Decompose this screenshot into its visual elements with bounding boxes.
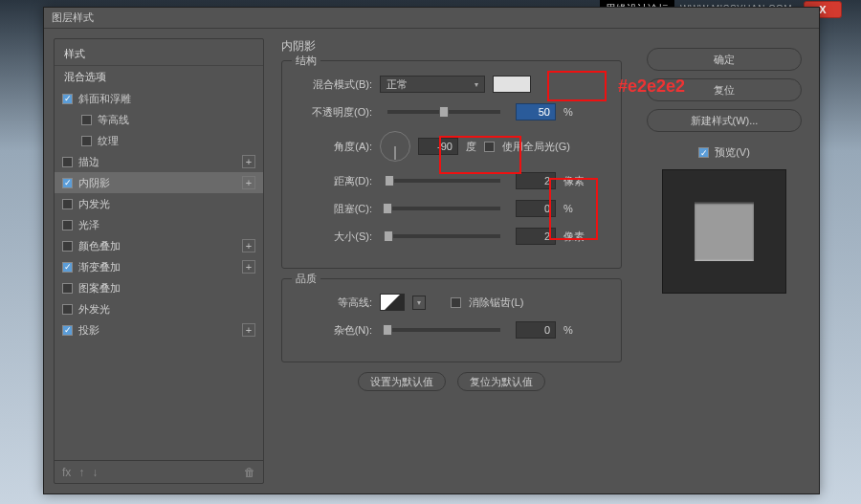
noise-slider[interactable] <box>387 328 500 332</box>
opacity-label: 不透明度(O): <box>296 105 372 120</box>
style-label: 渐变叠加 <box>78 260 236 274</box>
contour-label: 等高线: <box>296 296 372 310</box>
style-item-9[interactable]: 图案叠加 <box>55 277 263 298</box>
highlight-color <box>547 71 607 101</box>
style-item-2[interactable]: 纹理 <box>55 130 263 151</box>
settings-panel: 内阴影 结构 混合模式(B): 正常▾ 不透明度(O): 50 % <box>264 38 639 484</box>
style-item-11[interactable]: 投影+ <box>55 319 263 340</box>
hex-annotation: #e2e2e2 <box>618 77 685 97</box>
choke-label: 阻塞(C): <box>296 202 372 216</box>
style-check[interactable] <box>62 220 73 230</box>
distance-slider[interactable] <box>387 179 500 183</box>
blend-mode-label: 混合模式(B): <box>296 77 372 92</box>
right-panel: 确定 复位 新建样式(W)... 预览(V) <box>639 38 809 484</box>
size-label: 大小(S): <box>296 230 372 244</box>
choke-slider[interactable] <box>387 207 500 210</box>
style-check[interactable] <box>62 94 73 104</box>
style-label: 斜面和浮雕 <box>78 92 255 106</box>
size-slider[interactable] <box>387 234 500 238</box>
styles-panel: 样式 混合选项 斜面和浮雕等高线纹理描边+内阴影+内发光光泽颜色叠加+渐变叠加+… <box>54 38 264 484</box>
style-label: 内阴影 <box>78 176 236 190</box>
style-item-10[interactable]: 外发光 <box>55 298 263 319</box>
style-check[interactable] <box>62 157 73 167</box>
add-effect-icon[interactable]: + <box>242 260 255 274</box>
style-check[interactable] <box>62 241 73 252</box>
window-title: 图层样式 <box>52 11 94 25</box>
preview-box <box>662 169 786 294</box>
layer-style-dialog: 图层样式 样式 混合选项 斜面和浮雕等高线纹理描边+内阴影+内发光光泽颜色叠加+… <box>43 7 820 494</box>
opacity-input[interactable]: 50 <box>516 103 556 121</box>
set-default-button[interactable]: 设置为默认值 <box>358 372 446 391</box>
new-style-button[interactable]: 新建样式(W)... <box>647 109 802 132</box>
antialias-label: 消除锯齿(L) <box>469 296 523 310</box>
highlight-values <box>549 178 598 240</box>
style-check[interactable] <box>81 136 92 146</box>
style-label: 等高线 <box>98 113 255 127</box>
group-quality-title: 品质 <box>292 272 320 286</box>
add-effect-icon[interactable]: + <box>242 176 255 189</box>
noise-input[interactable]: 0 <box>516 321 556 339</box>
style-item-1[interactable]: 等高线 <box>55 109 263 130</box>
fx-icon[interactable]: fx <box>62 466 71 479</box>
blend-mode-select[interactable]: 正常▾ <box>380 76 485 93</box>
style-item-0[interactable]: 斜面和浮雕 <box>55 88 263 109</box>
preview-label: 预览(V) <box>715 145 750 160</box>
blend-options-header[interactable]: 混合选项 <box>55 66 263 88</box>
group-structure-title: 结构 <box>292 54 320 68</box>
angle-dial[interactable] <box>380 131 410 162</box>
style-check[interactable] <box>62 283 73 294</box>
style-label: 纹理 <box>98 134 255 148</box>
styles-header[interactable]: 样式 <box>55 43 263 66</box>
highlight-angle <box>439 136 521 174</box>
style-label: 颜色叠加 <box>78 239 236 253</box>
group-quality: 品质 等高线: ▾ 消除锯齿(L) 杂色(N): 0 % <box>281 278 622 362</box>
reset-default-button[interactable]: 复位为默认值 <box>457 372 545 391</box>
contour-chevron-icon[interactable]: ▾ <box>412 296 426 310</box>
styles-footer: fx ↑ ↓ 🗑 <box>55 460 263 483</box>
style-check[interactable] <box>81 115 92 125</box>
distance-label: 距离(D): <box>296 174 372 188</box>
add-effect-icon[interactable]: + <box>242 239 255 252</box>
arrow-up-icon[interactable]: ↑ <box>78 466 84 479</box>
angle-label: 角度(A): <box>296 140 372 154</box>
style-label: 光泽 <box>78 218 255 232</box>
effect-title: 内阴影 <box>281 38 622 55</box>
style-check[interactable] <box>62 262 73 273</box>
style-item-6[interactable]: 光泽 <box>55 214 263 235</box>
style-label: 投影 <box>78 323 236 338</box>
add-effect-icon[interactable]: + <box>242 323 255 337</box>
style-item-7[interactable]: 颜色叠加+ <box>55 235 263 256</box>
opacity-slider[interactable] <box>387 110 500 114</box>
style-item-8[interactable]: 渐变叠加+ <box>55 256 263 277</box>
ok-button[interactable]: 确定 <box>647 48 802 71</box>
arrow-down-icon[interactable]: ↓ <box>92 466 98 479</box>
chevron-down-icon: ▾ <box>475 80 478 89</box>
style-label: 图案叠加 <box>78 281 255 296</box>
shadow-color-swatch[interactable] <box>493 76 531 93</box>
titlebar[interactable]: 图层样式 <box>44 8 819 29</box>
style-check[interactable] <box>62 325 73 336</box>
noise-unit: % <box>563 324 573 336</box>
antialias-check[interactable] <box>451 297 461 308</box>
noise-label: 杂色(N): <box>296 323 372 338</box>
style-item-5[interactable]: 内发光 <box>55 193 263 214</box>
style-label: 外发光 <box>78 302 255 317</box>
style-label: 描边 <box>78 155 236 169</box>
style-label: 内发光 <box>78 197 255 211</box>
style-check[interactable] <box>62 199 73 209</box>
preview-swatch <box>695 202 754 261</box>
style-item-3[interactable]: 描边+ <box>55 151 263 172</box>
style-check[interactable] <box>62 178 73 188</box>
opacity-unit: % <box>563 106 573 118</box>
style-item-4[interactable]: 内阴影+ <box>55 172 263 193</box>
add-effect-icon[interactable]: + <box>242 155 255 168</box>
contour-picker[interactable] <box>380 294 405 311</box>
preview-check[interactable] <box>698 147 709 158</box>
trash-icon[interactable]: 🗑 <box>244 466 255 479</box>
style-check[interactable] <box>62 304 73 315</box>
